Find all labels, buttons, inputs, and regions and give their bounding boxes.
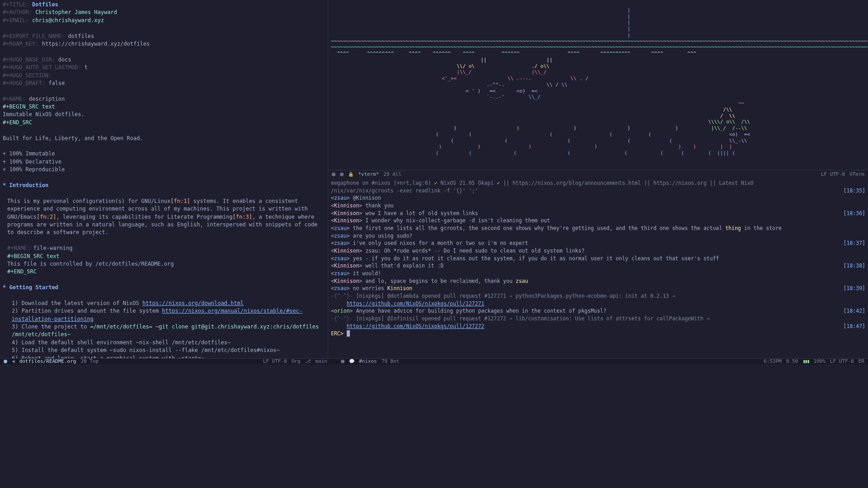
major-mode: Org [292, 358, 301, 365]
footnote-1[interactable]: [fn:1] [170, 198, 190, 204]
step-3: 3) Clone the project to =/mnt/etc/dotfil… [3, 323, 325, 339]
step-1: 1) Download the latest version of NixOS … [3, 300, 325, 307]
pr-link[interactable]: https://github.com/NixOS/nixpkgs/pull/12… [347, 300, 485, 307]
battery-pct: 100% [813, 358, 826, 365]
chat-msg: <zsau> it would! [331, 270, 865, 277]
erc-prompt-line[interactable]: ERC> [331, 330, 865, 338]
org-author: Christopher James Hayward [35, 9, 117, 15]
org-hugo-lastmod: t [85, 64, 88, 70]
star-icon: * [3, 182, 6, 188]
org-export: dotfiles [68, 33, 94, 39]
step-6: 6) Reboot and login, start a graphical s… [3, 355, 325, 358]
org-hugo-base-key: #+HUGO_BASE_DIR: [3, 56, 55, 63]
org-tagline: Built for Life, Liberty, and the Open Ro… [3, 135, 325, 142]
org-hugo-base: docs [58, 56, 71, 63]
heading-intro[interactable]: Introduction [9, 182, 48, 188]
chat-bot-url: https://github.com/NixOS/nixpkgs/pull/12… [331, 300, 865, 308]
chat-msg: <Kinnison> and lo, space begins to be re… [331, 277, 865, 285]
status-dot-icon [341, 360, 344, 363]
org-roam: https://chrishayward.xyz/dotfiles [42, 41, 150, 47]
chat-topic: megaphone on #nixos (+nrt,lag:0) ✓ NixOS… [331, 179, 865, 187]
org-buffer[interactable]: #+TITLE: Dotfiles #+AUTHOR: Christopher … [0, 0, 328, 358]
org-export-key: #+EXPORT_FILE_NAME: [3, 33, 65, 39]
chat-msg: <zsau> the first one lists all the gcroo… [331, 225, 865, 232]
buffer-position: 79 Bot [382, 358, 400, 365]
chat-msg: <zsau> are you using sudo? [331, 232, 865, 240]
step-5: 5) Install the default system ~sudo nixo… [3, 347, 325, 354]
pr-link[interactable]: https://github.com/NixOS/nixpkgs/pull/12… [347, 323, 485, 329]
bottom-modeline: ◀ dotfiles/README.org 28 Top LF UTF-8 Or… [0, 358, 868, 364]
org-begin-src2: #+BEGIN_SRC text [3, 253, 325, 260]
chat-bot-url: https://github.com/NixOS/nixpkgs/pull/12… [331, 323, 865, 330]
org-email: chris@chrishayward.xyz [32, 17, 104, 23]
org-roam-key: #+ROAM_KEY: [3, 41, 38, 47]
back-icon[interactable]: ◀ [12, 358, 15, 365]
encoding: LF UTF-8 [830, 358, 854, 365]
chat-bot-msg: -{^-^}- [nixpkgs] @dotlambda opened pull… [331, 292, 865, 300]
org-name1: description [29, 96, 65, 102]
chat-icon [349, 358, 354, 365]
cursor-icon [347, 330, 350, 337]
buffer-name: dotfiles/README.org [19, 358, 76, 365]
org-bullet: + 100% Reproducible [3, 166, 325, 174]
org-hugo-draft: false [48, 80, 65, 86]
org-email-key: #+EMAIL: [3, 17, 29, 23]
footnote-3[interactable]: [fn:3] [233, 214, 252, 220]
chat-msg: <orion> Anyone have advice for building … [331, 307, 865, 315]
branch-icon [305, 358, 311, 365]
chat-msg: <Kinnison> wow I have a lot of old syste… [331, 210, 865, 217]
chat-msg: <zsau> yes - if you do it as root it cle… [331, 255, 865, 263]
org-name1-key: #+NAME: [3, 96, 26, 102]
chat-msg: <Kinnison> thank you [331, 202, 865, 210]
org-name2: file-warning [33, 245, 73, 251]
status-dot-icon [4, 360, 7, 363]
buffer-name: #nixos [359, 358, 377, 365]
buffer-position: 28 Top [80, 358, 99, 365]
chat-topic-2: /nix/var/nix/gcroots -exec readlink -f '… [331, 187, 865, 195]
chat-msg: <Kinnison> well that'd explain it :D[18:… [331, 262, 865, 270]
step-4: 4) Load the default shell environment ~n… [3, 339, 325, 347]
org-end-src: #+END_SRC [3, 119, 325, 127]
org-warn-body: This file is controlled by /etc/dotfiles… [3, 260, 325, 268]
download-link[interactable]: https://nixos.org/download.html [142, 300, 244, 306]
heading-getting-started[interactable]: Getting Started [9, 284, 58, 291]
vterm-pane[interactable]: | | [328, 0, 868, 178]
erc-prompt: ERC> [331, 330, 344, 337]
chat-msg: <zsau> no worries Kinnison[18:39] [331, 285, 865, 292]
chat-msg: <Kinnison> zsau: Oh *rude words* -- Do I… [331, 247, 865, 255]
org-author-key: #+AUTHOR: [3, 9, 32, 15]
org-begin-src: #+BEGIN_SRC text [3, 103, 325, 111]
org-bullet: + 100% Declarative [3, 158, 325, 166]
intro-paragraph: This is my personal configuration(s) for… [3, 197, 325, 237]
org-title-key: #+TITLE: [3, 1, 29, 8]
load-avg: 0.50 [786, 358, 798, 365]
chat-msg: <zsau> i've only used nixos for a month … [331, 239, 865, 247]
battery-icon [802, 358, 809, 365]
footnote-2[interactable]: [fn:2] [37, 214, 56, 220]
org-bullet: + 100% Immutable [3, 150, 325, 158]
step-2: 2) Partition drives and mount the file s… [3, 307, 325, 323]
chat-bot-msg: -{^-^}- [nixpkgs] @Infinisil opened pull… [331, 315, 865, 323]
major-mode: ER [859, 358, 864, 365]
chat-msg: <zsau> @Kinnison [331, 194, 865, 202]
org-name2-key: #+NAME: [7, 245, 30, 251]
chat-msg: <Kinnison> I wonder why nix-collect-garb… [331, 217, 865, 225]
org-hugo-section-key: #+HUGO_SECTION: [3, 72, 52, 79]
org-title: Dotfiles [32, 1, 58, 8]
org-desc-body: Immutable NixOS dotfiles. [3, 111, 325, 118]
erc-pane[interactable]: megaphone on #nixos (+nrt,lag:0) ✓ NixOS… [328, 178, 868, 358]
org-hugo-draft-key: #+HUGO_DRAFT: [3, 80, 45, 86]
git-branch: main [316, 358, 328, 365]
org-hugo-lastmod-key: #+HUGO_AUTO_SET_LASTMOD: [3, 64, 81, 70]
clock: 6:53PM [764, 358, 782, 365]
encoding: LF UTF-8 [263, 358, 287, 365]
star-icon: * [3, 284, 6, 291]
org-end-src2: #+END_SRC [3, 268, 325, 276]
